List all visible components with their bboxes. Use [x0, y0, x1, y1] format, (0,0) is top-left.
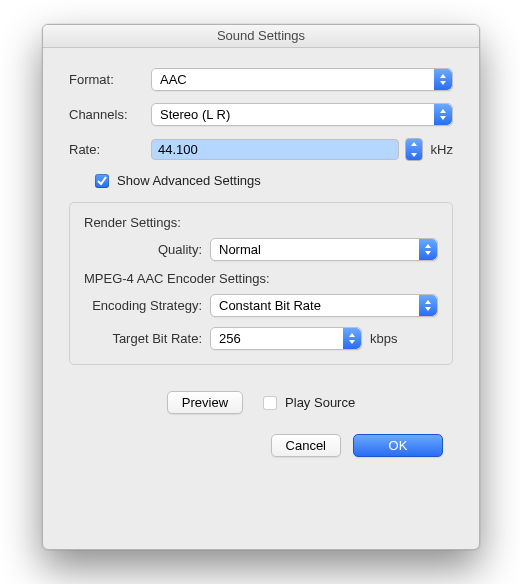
advanced-settings-group: Render Settings: Quality: Normal MPEG-4 …	[69, 202, 453, 365]
format-value: AAC	[160, 72, 187, 87]
encoding-strategy-row: Encoding Strategy: Constant Bit Rate	[84, 294, 438, 317]
chevron-up-down-icon	[434, 69, 452, 90]
render-settings-title: Render Settings:	[84, 215, 438, 230]
encoding-strategy-select[interactable]: Constant Bit Rate	[210, 294, 438, 317]
show-advanced-checkbox[interactable]	[95, 174, 109, 188]
window-title: Sound Settings	[43, 25, 479, 48]
quality-row: Quality: Normal	[84, 238, 438, 261]
rate-row: Rate: kHz	[69, 138, 453, 161]
stepper-down-icon[interactable]	[406, 150, 422, 161]
svg-marker-9	[349, 340, 355, 344]
rate-input[interactable]	[151, 139, 399, 160]
kbps-unit: kbps	[370, 331, 397, 346]
target-bit-rate-value: 256	[219, 331, 241, 346]
quality-select[interactable]: Normal	[210, 238, 438, 261]
svg-marker-4	[425, 244, 431, 248]
play-source-label: Play Source	[285, 395, 355, 410]
svg-marker-7	[425, 307, 431, 311]
format-label: Format:	[69, 72, 145, 87]
stepper-up-icon[interactable]	[406, 139, 422, 150]
svg-marker-3	[440, 116, 446, 120]
svg-marker-1	[440, 81, 446, 85]
play-source-checkbox[interactable]	[263, 396, 277, 410]
dialog-buttons: Cancel OK	[69, 434, 453, 457]
svg-marker-5	[425, 251, 431, 255]
channels-select[interactable]: Stereo (L R)	[151, 103, 453, 126]
svg-marker-2	[440, 109, 446, 113]
preview-button[interactable]: Preview	[167, 391, 243, 414]
show-advanced-row[interactable]: Show Advanced Settings	[95, 173, 453, 188]
chevron-up-down-icon	[419, 239, 437, 260]
format-select[interactable]: AAC	[151, 68, 453, 91]
format-row: Format: AAC	[69, 68, 453, 91]
quality-label: Quality:	[84, 242, 202, 257]
ok-button[interactable]: OK	[353, 434, 443, 457]
check-icon	[97, 176, 107, 186]
encoder-settings-title: MPEG-4 AAC Encoder Settings:	[84, 271, 438, 286]
rate-unit: kHz	[431, 142, 453, 157]
svg-marker-8	[349, 333, 355, 337]
chevron-up-down-icon	[343, 328, 361, 349]
sound-settings-window: Sound Settings Format: AAC Channels: Ste…	[42, 24, 480, 550]
target-bit-rate-label: Target Bit Rate:	[84, 331, 202, 346]
channels-row: Channels: Stereo (L R)	[69, 103, 453, 126]
encoding-strategy-label: Encoding Strategy:	[84, 298, 202, 313]
play-source-row[interactable]: Play Source	[263, 395, 355, 410]
cancel-button[interactable]: Cancel	[271, 434, 341, 457]
channels-value: Stereo (L R)	[160, 107, 230, 122]
preview-bar: Preview Play Source	[69, 391, 453, 414]
svg-marker-0	[440, 74, 446, 78]
target-bit-rate-select[interactable]: 256	[210, 327, 362, 350]
svg-marker-6	[425, 300, 431, 304]
show-advanced-label: Show Advanced Settings	[117, 173, 261, 188]
quality-value: Normal	[219, 242, 261, 257]
target-bit-rate-row: Target Bit Rate: 256 kbps	[84, 327, 438, 350]
chevron-up-down-icon	[419, 295, 437, 316]
rate-stepper[interactable]	[405, 138, 423, 161]
encoding-strategy-value: Constant Bit Rate	[219, 298, 321, 313]
chevron-up-down-icon	[434, 104, 452, 125]
channels-label: Channels:	[69, 107, 145, 122]
content-area: Format: AAC Channels: Stereo (L R)	[43, 48, 479, 473]
rate-label: Rate:	[69, 142, 145, 157]
